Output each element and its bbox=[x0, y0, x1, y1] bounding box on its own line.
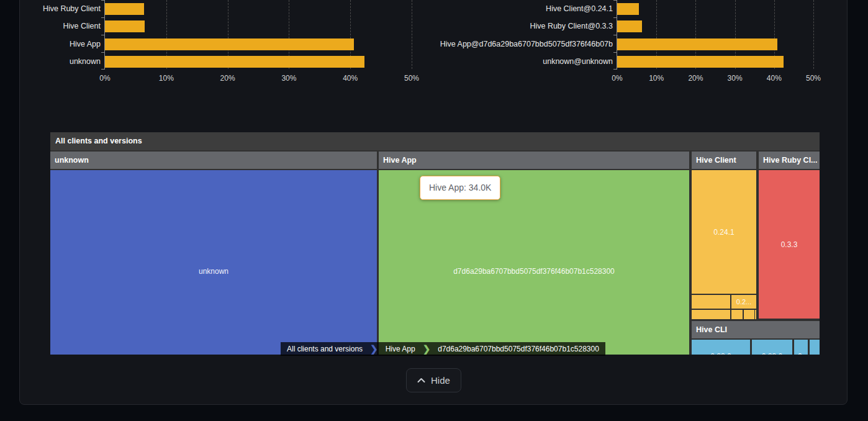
treemap-section-header-hive-cli[interactable]: Hive CLI bbox=[692, 321, 820, 338]
treemap-cell-hive-client-minor[interactable] bbox=[692, 295, 730, 309]
treemap-cell-label: 0.23.0 bbox=[710, 352, 731, 355]
treemap-cell-label: 0.2... bbox=[736, 298, 751, 306]
x-tick-label: 20% bbox=[677, 74, 714, 83]
bar-hive-ruby-client-0-3-3[interactable] bbox=[617, 20, 642, 32]
treemap-cell-hive-cli-minor[interactable]: 0. bbox=[794, 340, 808, 355]
treemap-cell-unknown[interactable]: unknown bbox=[50, 170, 377, 355]
treemap-cell-label: unknown bbox=[199, 267, 228, 276]
treemap-cell-hive-client-minor[interactable] bbox=[731, 310, 743, 319]
treemap-section-header-hive-app[interactable]: Hive App bbox=[379, 152, 689, 169]
category-label: unknown@unknown bbox=[0, 57, 613, 67]
category-label: Hive Ruby Client@0.3.3 bbox=[0, 21, 613, 32]
treemap-cell-hive-client-0-24-1[interactable]: 0.24.1 bbox=[692, 170, 756, 294]
x-gridline bbox=[813, 0, 814, 69]
breadcrumb-item-all-clients[interactable]: All clients and versions bbox=[281, 342, 369, 356]
treemap-cell-label: 0.23.0 bbox=[762, 352, 782, 355]
treemap-cell-hive-ruby-client-0-3-3[interactable]: 0.3.3 bbox=[759, 170, 820, 319]
treemap-cell-hive-client-minor[interactable] bbox=[692, 310, 730, 319]
x-tick-label: 0% bbox=[599, 74, 636, 83]
y-axis-tick bbox=[613, 52, 617, 53]
hide-button[interactable]: Hide bbox=[406, 368, 461, 392]
category-label: Hive Client@0.24.1 bbox=[0, 4, 613, 14]
treemap-tooltip: Hive App: 34.0K bbox=[420, 176, 500, 200]
y-axis-tick bbox=[613, 17, 617, 18]
treemap-section-header-unknown[interactable]: unknown bbox=[50, 152, 377, 169]
treemap-cell-hive-client-minor[interactable] bbox=[744, 310, 754, 319]
treemap-cell-label: d7d6a29ba6707bbd5075df376f46b07b1c528300 bbox=[453, 267, 615, 276]
chevron-right-icon: ❯ bbox=[422, 342, 432, 356]
y-axis-tick bbox=[613, 0, 617, 1]
bar-hive-client-0-24-1[interactable] bbox=[617, 3, 639, 15]
x-tick-label: 50% bbox=[795, 74, 832, 83]
treemap-all-clients-and-versions[interactable]: All clients and versions unknown unknown… bbox=[50, 132, 820, 355]
treemap-title[interactable]: All clients and versions bbox=[50, 132, 820, 150]
breadcrumb-item-hash[interactable]: d7d6a29ba6707bbd5075df376f46b07b1c528300 bbox=[432, 342, 605, 356]
x-tick-label: 30% bbox=[717, 74, 754, 83]
treemap-cell-hive-client-minor[interactable] bbox=[755, 310, 756, 319]
dashboard: 0%10%20%30%40%50%Hive Ruby ClientHive Cl… bbox=[0, 0, 868, 421]
x-tick-label: 10% bbox=[638, 74, 675, 83]
chevron-up-icon bbox=[417, 378, 425, 383]
treemap-cell-label: 0. bbox=[798, 352, 804, 355]
x-tick-label: 40% bbox=[756, 74, 793, 83]
bar-hive-app-d7d6a29ba6707bbd5075df376f46b07b[interactable] bbox=[617, 38, 777, 50]
treemap-cell-hive-client-0-2[interactable]: 0.2... bbox=[731, 295, 756, 309]
chevron-right-icon: ❯ bbox=[369, 342, 379, 356]
treemap-cell-hive-cli-minor[interactable] bbox=[810, 340, 820, 355]
treemap-breadcrumb: All clients and versions ❯ Hive App ❯ d7… bbox=[281, 342, 605, 356]
treemap-cell-label: 0.3.3 bbox=[781, 240, 798, 249]
bar-unknown-unknown[interactable] bbox=[617, 56, 784, 68]
treemap-section-header-hive-ruby-client[interactable]: Hive Ruby Cl... bbox=[759, 152, 820, 169]
treemap-section-header-hive-client[interactable]: Hive Client bbox=[692, 152, 756, 169]
y-axis-tick bbox=[613, 69, 617, 70]
y-axis-tick bbox=[613, 35, 617, 35]
category-label: Hive App@d7d6a29ba6707bbd5075df376f46b07… bbox=[0, 39, 613, 50]
hide-button-label: Hide bbox=[431, 375, 450, 386]
treemap-cell-label: 0.24.1 bbox=[713, 228, 734, 237]
treemap-cell-hive-cli-0-23-0[interactable]: 0.23.0 bbox=[692, 340, 750, 355]
treemap-cell-hive-cli-0-23-0b[interactable]: 0.23.0 bbox=[752, 340, 792, 355]
breadcrumb-item-hive-app[interactable]: Hive App bbox=[379, 342, 422, 356]
